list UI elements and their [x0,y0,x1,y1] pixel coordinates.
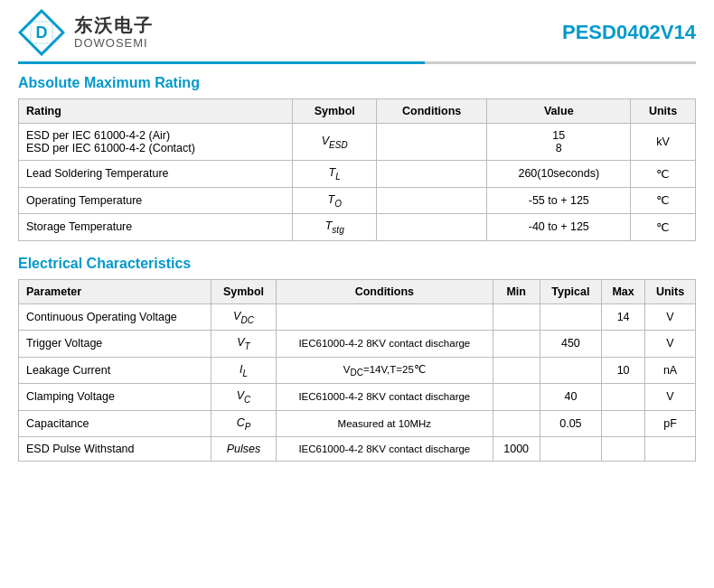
table-row: Operating Temperature TO -55 to + 125 ℃ [19,187,696,214]
cell-typical [540,357,602,384]
cell-units: V [645,331,696,358]
cell-conditions [376,124,486,161]
cell-symbol: VESD [293,124,377,161]
cell-conditions: Measured at 10MHz [276,410,493,437]
cell-units: ℃ [631,161,696,188]
header: D 东沃电子 DOWOSEMI PESD0402V14 [0,0,714,61]
section1-title: Absolute Maximum Rating [18,75,696,91]
cell-units: V [645,384,696,411]
part-number: PESD0402V14 [562,21,696,44]
cell-typical: 40 [540,384,602,411]
table-row: ESD per IEC 61000-4-2 (Air)ESD per IEC 6… [19,124,696,161]
cell-min: 1000 [493,437,540,462]
table-row: Leakage Current IL VDC=14V,T=25℃ 10 nA [19,357,696,384]
cell-conditions: VDC=14V,T=25℃ [276,357,493,384]
cell-units: ℃ [631,187,696,214]
cell-min [493,384,540,411]
col-conditions: Conditions [276,279,493,303]
cell-symbol: VC [211,384,276,411]
cell-max: 14 [602,303,645,331]
col-max: Max [602,279,645,303]
cell-value: 260(10seconds) [487,161,631,188]
col-symbol: Symbol [293,99,377,124]
cell-conditions: IEC61000-4-2 8KV contact discharge [276,384,493,411]
cell-conditions: IEC61000-4-2 8KV contact discharge [276,331,493,358]
cell-symbol: VDC [211,303,276,331]
logo-icon: D [18,9,65,56]
table-header-row: Parameter Symbol Conditions Min Typical … [19,279,696,303]
cell-symbol: Tstg [293,214,377,241]
col-units: Units [645,279,696,303]
cell-symbol: Pulses [211,437,276,462]
logo-area: D 东沃电子 DOWOSEMI [18,9,154,56]
cell-conditions [276,303,493,331]
cell-units: kV [631,124,696,161]
cell-max [602,437,645,462]
col-symbol: Symbol [211,279,276,303]
section2-title: Electrical Characteristics [18,256,696,272]
header-divider [18,61,696,64]
cell-max [602,384,645,411]
cell-units: pF [645,410,696,437]
cell-value: -40 to + 125 [487,214,631,241]
cell-symbol: TL [293,161,377,188]
cell-conditions [376,214,486,241]
absolute-max-rating-table: Rating Symbol Conditions Value Units ESD… [18,98,696,241]
cell-rating: Operating Temperature [19,187,293,214]
col-min: Min [493,279,540,303]
cell-min [493,410,540,437]
cell-value: 158 [487,124,631,161]
cell-conditions [376,161,486,188]
cell-max: 10 [602,357,645,384]
col-typical: Typical [540,279,602,303]
cell-conditions: IEC61000-4-2 8KV contact discharge [276,437,493,462]
cell-symbol: CP [211,410,276,437]
cell-parameter: Leakage Current [19,357,211,384]
table-row: Lead Soldering Temperature TL 260(10seco… [19,161,696,188]
cell-parameter: Clamping Voltage [19,384,211,411]
cell-units: ℃ [631,214,696,241]
logo-chinese: 东沃电子 [74,14,154,36]
cell-max [602,331,645,358]
table-row: ESD Pulse Withstand Pulses IEC61000-4-2 … [19,437,696,462]
cell-symbol: VT [211,331,276,358]
table-row: Continuous Operating Voltage VDC 14 V [19,303,696,331]
cell-rating: Storage Temperature [19,214,293,241]
cell-value: -55 to + 125 [487,187,631,214]
cell-min [493,331,540,358]
cell-parameter: Capacitance [19,410,211,437]
cell-parameter: Continuous Operating Voltage [19,303,211,331]
cell-max [602,410,645,437]
cell-typical [540,437,602,462]
logo-text: 东沃电子 DOWOSEMI [74,14,154,51]
table-row: Storage Temperature Tstg -40 to + 125 ℃ [19,214,696,241]
cell-typical: 0.05 [540,410,602,437]
table-row: Capacitance CP Measured at 10MHz 0.05 pF [19,410,696,437]
cell-rating: ESD per IEC 61000-4-2 (Air)ESD per IEC 6… [19,124,293,161]
table-row: Clamping Voltage VC IEC61000-4-2 8KV con… [19,384,696,411]
cell-parameter: ESD Pulse Withstand [19,437,211,462]
svg-text:D: D [36,23,48,42]
cell-units: nA [645,357,696,384]
cell-symbol: TO [293,187,377,214]
col-units: Units [631,99,696,124]
cell-typical: 450 [540,331,602,358]
cell-parameter: Trigger Voltage [19,331,211,358]
cell-rating: Lead Soldering Temperature [19,161,293,188]
table-row: Trigger Voltage VT IEC61000-4-2 8KV cont… [19,331,696,358]
logo-english: DOWOSEMI [74,36,154,51]
electrical-characteristics-table: Parameter Symbol Conditions Min Typical … [18,279,696,462]
table-header-row: Rating Symbol Conditions Value Units [19,99,696,124]
cell-min [493,303,540,331]
cell-conditions [376,187,486,214]
cell-typical [540,303,602,331]
cell-units: V [645,303,696,331]
col-conditions: Conditions [376,99,486,124]
cell-symbol: IL [211,357,276,384]
col-rating: Rating [19,99,293,124]
col-value: Value [487,99,631,124]
col-parameter: Parameter [19,279,211,303]
cell-units [645,437,696,462]
cell-min [493,357,540,384]
